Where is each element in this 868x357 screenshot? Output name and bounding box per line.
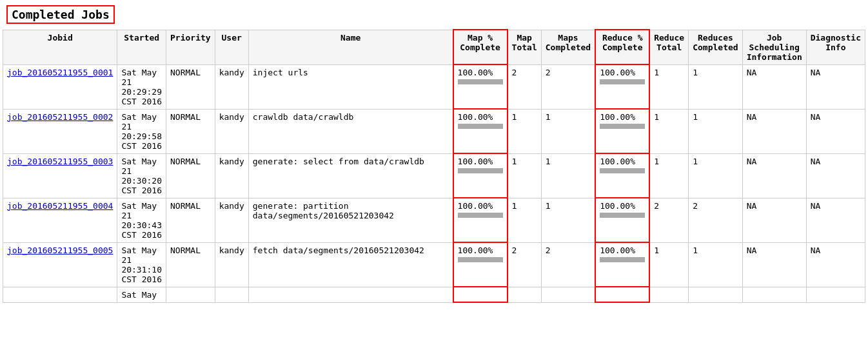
cell-map-pct: 100.00% [453,64,508,109]
cell-name: fetch data/segments/20160521203042 [248,242,453,287]
cell-reduce-total: 1 [649,109,688,153]
cell-reduce-pct: 100.00% [595,64,649,109]
cell-diagnostic: NA [806,242,865,287]
col-header-reduces-completed: ReducesCompleted [689,30,742,64]
job-link[interactable]: job_201605211955_0003 [7,157,113,166]
cell-priority: NORMAL [166,64,215,109]
cell-jobid [3,287,117,302]
cell-diagnostic: NA [806,153,865,198]
completed-jobs-table: Jobid Started Priority User Name Map %Co… [3,29,865,303]
cell-priority: NORMAL [166,109,215,153]
job-link[interactable]: job_201605211955_0001 [7,68,113,77]
col-header-started: Started [117,30,166,64]
col-header-job-scheduling: JobSchedulingInformation [742,30,806,64]
col-header-diagnostic: DiagnosticInfo [806,30,865,64]
cell-maps-completed: 2 [541,64,595,109]
cell-reduce-pct: 100.00% [595,109,649,153]
cell-reduces-completed: 1 [689,242,742,287]
table-row: job_201605211955_0005Sat May 21 20:31:10… [3,242,865,287]
cell-name: generate: partition data/segments/201605… [248,198,453,242]
cell-user: kandy [215,198,248,242]
cell-name [248,287,453,302]
col-header-reduce-total: ReduceTotal [649,30,688,64]
cell-job-scheduling: NA [742,109,806,153]
cell-priority: NORMAL [166,242,215,287]
col-header-maps-completed: MapsCompleted [541,30,595,64]
cell-reduce-pct: 100.00% [595,242,649,287]
cell-user [215,287,248,302]
cell-job-scheduling: NA [742,198,806,242]
cell-reduce-total: 1 [649,153,688,198]
cell-started: Sat May 21 20:30:43 CST 2016 [117,198,166,242]
cell-user: kandy [215,242,248,287]
table-row: job_201605211955_0001Sat May 21 20:29:29… [3,64,865,109]
job-link[interactable]: job_201605211955_0005 [7,246,113,255]
col-header-map-total: MapTotal [508,30,542,64]
table-row: job_201605211955_0003Sat May 21 20:30:20… [3,153,865,198]
cell-map-total: 1 [508,153,542,198]
cell-jobid: job_201605211955_0002 [3,109,117,153]
col-header-jobid: Jobid [3,30,117,64]
cell-reduce-pct: 100.00% [595,153,649,198]
cell-reduce-total: 2 [649,198,688,242]
cell-jobid: job_201605211955_0001 [3,64,117,109]
cell-map-total: 2 [508,242,542,287]
table-row: job_201605211955_0002Sat May 21 20:29:58… [3,109,865,153]
cell-priority: NORMAL [166,198,215,242]
cell-map-total [508,287,542,302]
col-header-map-pct: Map %Complete [453,30,508,64]
cell-diagnostic: NA [806,109,865,153]
cell-job-scheduling [742,287,806,302]
cell-diagnostic [806,287,865,302]
cell-maps-completed: 1 [541,109,595,153]
cell-maps-completed: 2 [541,242,595,287]
job-link[interactable]: job_201605211955_0002 [7,112,113,122]
cell-diagnostic: NA [806,64,865,109]
cell-maps-completed: 1 [541,198,595,242]
cell-name: crawldb data/crawldb [248,109,453,153]
cell-map-total: 1 [508,198,542,242]
cell-map-total: 2 [508,64,542,109]
cell-maps-completed [541,287,595,302]
cell-started: Sat May 21 20:29:58 CST 2016 [117,109,166,153]
cell-reduce-total: 1 [649,64,688,109]
cell-priority [166,287,215,302]
col-header-reduce-pct: Reduce %Complete [595,30,649,64]
cell-started: Sat May 21 20:31:10 CST 2016 [117,242,166,287]
col-header-name: Name [248,30,453,64]
cell-reduce-total [649,287,688,302]
cell-reduces-completed: 1 [689,64,742,109]
cell-reduces-completed: 2 [689,198,742,242]
table-row: job_201605211955_0004Sat May 21 20:30:43… [3,198,865,242]
cell-reduces-completed: 1 [689,153,742,198]
cell-map-total: 1 [508,109,542,153]
cell-started: Sat May [117,287,166,302]
page-title: Completed Jobs [6,5,115,24]
cell-reduce-pct: 100.00% [595,198,649,242]
cell-reduces-completed: 1 [689,109,742,153]
cell-map-pct: 100.00% [453,198,508,242]
cell-priority: NORMAL [166,153,215,198]
cell-map-pct: 100.00% [453,242,508,287]
cell-started: Sat May 21 20:29:29 CST 2016 [117,64,166,109]
table-header-row: Jobid Started Priority User Name Map %Co… [3,30,865,64]
cell-user: kandy [215,153,248,198]
col-header-priority: Priority [166,30,215,64]
cell-reduce-total: 1 [649,242,688,287]
cell-job-scheduling: NA [742,153,806,198]
jobs-table-wrapper: Jobid Started Priority User Name Map %Co… [3,29,865,303]
cell-job-scheduling: NA [742,242,806,287]
cell-user: kandy [215,64,248,109]
col-header-user: User [215,30,248,64]
cell-reduce-pct [595,287,649,302]
cell-map-pct: 100.00% [453,153,508,198]
cell-jobid: job_201605211955_0004 [3,198,117,242]
cell-name: generate: select from data/crawldb [248,153,453,198]
cell-jobid: job_201605211955_0005 [3,242,117,287]
cell-jobid: job_201605211955_0003 [3,153,117,198]
job-link[interactable]: job_201605211955_0004 [7,201,113,211]
cell-user: kandy [215,109,248,153]
table-row: Sat May [3,287,865,302]
cell-map-pct [453,287,508,302]
cell-started: Sat May 21 20:30:20 CST 2016 [117,153,166,198]
